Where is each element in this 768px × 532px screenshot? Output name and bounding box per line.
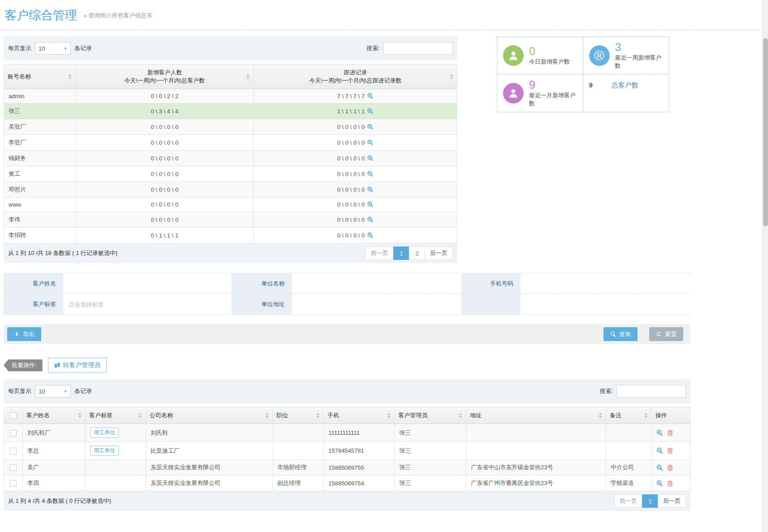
account-panel-footer: 从 1 到 10 /共 18 条数据 ( 1 行记录被选中) 前一页 1 2 后… <box>4 243 457 263</box>
scrollbar-thumb[interactable] <box>763 38 768 226</box>
stat-card-month: 9 最近一月新增客户数 <box>497 74 583 112</box>
sort-icon[interactable] <box>68 74 72 79</box>
unit-name-field[interactable] <box>292 273 461 294</box>
next-page-button[interactable]: 后一页 <box>425 247 453 260</box>
unit-name-label: 单位名称 <box>231 273 292 294</box>
customer-row[interactable]: 李四 东莞天煌实业发展有限公司 副总经理 15885069754 张三 广东省广… <box>4 476 690 491</box>
col-header-phone: 手机 <box>324 407 395 424</box>
person-icon <box>503 83 524 104</box>
unit-address-field[interactable] <box>292 294 461 315</box>
sort-icon[interactable] <box>387 413 391 418</box>
account-panel-toolbar: 每页显示 10 ▼ 条记录 搜索: <box>4 36 457 61</box>
customer-panel-toolbar: 每页显示 10 ▼ 条记录 搜索: <box>4 379 690 403</box>
account-pagination: 前一页 1 2 后一页 <box>365 247 453 260</box>
customer-row[interactable]: 刘氏鞋厂 用工单位 刘氏鞋 11111111111 张三 <box>4 424 690 442</box>
reset-button[interactable]: 重置 <box>649 327 683 341</box>
chevron-down-icon: ▼ <box>64 47 67 51</box>
view-detail-icon[interactable] <box>656 429 663 436</box>
page-1-button[interactable]: 1 <box>393 247 409 260</box>
delete-icon[interactable] <box>667 447 673 454</box>
view-detail-icon[interactable] <box>656 447 663 454</box>
page-2-button[interactable]: 2 <box>409 247 425 260</box>
delete-icon[interactable] <box>667 480 673 487</box>
zoom-icon[interactable] <box>367 124 373 130</box>
next-page-button[interactable]: 后一页 <box>658 494 686 508</box>
query-button[interactable]: 查询 <box>603 327 638 341</box>
zoom-icon[interactable] <box>367 186 373 193</box>
stat-label-month: 最近一月新增客户数 <box>529 91 580 108</box>
sort-icon[interactable] <box>644 413 648 418</box>
swap-arrows-icon: ⇄ <box>54 362 60 369</box>
account-row[interactable]: 邓照片 0 \ 0 \ 0 \ 0 0 \ 0 \ 0 \ 0 <box>4 182 457 198</box>
per-page-select[interactable]: 10 ▼ <box>35 42 71 55</box>
row-checkbox[interactable] <box>10 480 17 487</box>
col-header-operations: 操作 <box>651 407 690 424</box>
vertical-scrollbar[interactable] <box>762 0 768 532</box>
col-header-follow-records: 跟进记录 今天\一周内\一个月内\总跟进记录数 <box>254 65 457 89</box>
stat-card-week: ® 3 最近一周新增客户数 <box>583 37 669 74</box>
customer-name-label: 客户姓名 <box>4 273 63 294</box>
zoom-icon[interactable] <box>367 108 373 114</box>
customer-row[interactable]: 李总 用工单位 比亚迪工厂 15784545781 张三 <box>4 442 690 460</box>
zoom-icon[interactable] <box>367 93 373 99</box>
customer-tag-field[interactable] <box>63 294 231 315</box>
account-row[interactable]: www 0 \ 0 \ 0 \ 0 0 \ 0 \ 0 \ 0 <box>4 198 457 212</box>
stat-value-week: 3 <box>615 41 621 53</box>
zoom-icon[interactable] <box>367 155 373 161</box>
per-page-select[interactable]: 10 ▼ <box>35 385 71 398</box>
zoom-icon[interactable] <box>367 232 373 238</box>
account-row[interactable]: 钱财务 0 \ 0 \ 0 \ 0 0 \ 0 \ 0 \ 0 <box>4 151 457 166</box>
sort-icon[interactable] <box>246 74 250 79</box>
customer-row[interactable]: 吴广 东莞天煌实业发展有限公司 市场部经理 15885069755 张三 广东省… <box>4 460 690 476</box>
mobile-label: 手机号码 <box>461 273 521 294</box>
account-row-selected[interactable]: 张三 0 \ 3 \ 4 \ 4 1 \ 1 \ 1 \ 1 <box>4 104 457 119</box>
prev-page-button[interactable]: 前一页 <box>365 247 394 260</box>
account-search-input[interactable] <box>383 42 453 55</box>
stat-value-month: 9 <box>529 78 535 91</box>
col-header-note: 备注 <box>606 407 652 424</box>
sort-icon[interactable] <box>599 413 602 418</box>
view-detail-icon[interactable] <box>656 464 663 471</box>
zoom-icon[interactable] <box>367 201 373 208</box>
per-page-label: 每页显示 <box>8 44 31 52</box>
stats-cards: 0 今日新增客户数 ® 3 最近一周新增客户数 9 最近一月新增客户数 9 <box>497 36 669 112</box>
col-header-company: 公司名称 <box>146 407 273 424</box>
sort-icon[interactable] <box>78 413 82 418</box>
delete-icon[interactable] <box>667 429 673 436</box>
zoom-icon[interactable] <box>367 171 373 177</box>
account-row[interactable]: 李伟 0 \ 0 \ 0 \ 0 0 \ 0 \ 0 \ 0 <box>4 212 457 228</box>
stat-card-today: 0 今日新增客户数 <box>497 37 583 74</box>
account-row[interactable]: 李招聘 0 \ 1 \ 1 \ 1 0 \ 0 \ 0 \ 0 <box>4 228 457 243</box>
sort-icon[interactable] <box>265 413 269 418</box>
sort-icon[interactable] <box>139 413 142 418</box>
customer-table: 客户姓名 客户标签 公司名称 职位 手机 客户管理员 地址 备注 操作 刘氏鞋厂… <box>4 407 690 491</box>
customer-tag-badge[interactable]: 用工单位 <box>90 445 119 456</box>
account-row[interactable]: 吴驻厂 0 \ 0 \ 0 \ 0 0 \ 0 \ 0 \ 0 <box>4 119 457 135</box>
customer-filter-form: 客户姓名 单位名称 手机号码 客户标签 单位地址 <box>4 273 690 315</box>
zoom-icon[interactable] <box>367 216 373 223</box>
chevron-down-icon: ▼ <box>64 389 67 394</box>
zoom-icon[interactable] <box>367 139 373 146</box>
transfer-manager-button[interactable]: ⇄ 转客户管理员 <box>48 358 107 373</box>
account-row[interactable]: 李驻厂 0 \ 0 \ 0 \ 0 0 \ 0 \ 0 \ 0 <box>4 135 457 151</box>
select-all-checkbox[interactable] <box>10 412 17 419</box>
customer-name-field[interactable] <box>63 273 231 294</box>
prev-page-button[interactable]: 前一页 <box>614 494 642 508</box>
row-checkbox[interactable] <box>10 464 17 471</box>
page-1-button[interactable]: 1 <box>642 494 658 508</box>
export-button[interactable]: 导出 <box>7 327 41 341</box>
action-bar: 导出 查询 重置 <box>4 324 690 344</box>
sort-icon[interactable] <box>450 74 453 79</box>
row-checkbox[interactable] <box>10 430 17 437</box>
mobile-field[interactable] <box>521 273 691 294</box>
account-row[interactable]: admin 0 \ 0 \ 2 \ 2 7 \ 7 \ 7 \ 7 <box>4 89 457 104</box>
sort-icon[interactable] <box>459 413 462 418</box>
total-customers-link[interactable]: 总客户数 <box>612 81 638 90</box>
customer-tag-badge[interactable]: 用工单位 <box>90 428 119 438</box>
account-row[interactable]: 黄工 0 \ 0 \ 0 \ 0 0 \ 0 \ 0 \ 0 <box>4 166 457 182</box>
view-detail-icon[interactable] <box>656 480 663 487</box>
sort-icon[interactable] <box>316 413 320 418</box>
delete-icon[interactable] <box>667 464 673 471</box>
row-checkbox[interactable] <box>10 448 17 454</box>
customer-search-input[interactable] <box>616 385 686 398</box>
